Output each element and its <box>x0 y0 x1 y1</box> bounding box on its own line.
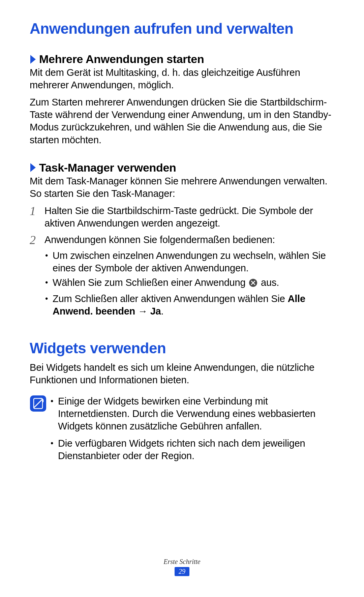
close-circle-icon <box>249 278 257 290</box>
para-multitasking-howto: Zum Starten mehrerer Anwendungen drücken… <box>30 96 334 146</box>
bullet-close-all-text-a: Zum Schließen aller aktiven Anwendungen … <box>53 293 288 304</box>
subheading-multiple-apps-text: Mehrere Anwendungen starten <box>39 53 204 66</box>
page-content: Anwendungen aufrufen und verwalten Mehre… <box>0 0 364 465</box>
step-1-text: Halten Sie die Startbildschirm-Taste ged… <box>44 205 334 230</box>
note-bullet-availability: • Die verfügbaren Widgets richten sich n… <box>50 437 334 462</box>
steps-list: 1 Halten Sie die Startbildschirm-Taste g… <box>30 205 334 320</box>
bullet-dot-icon: • <box>44 293 53 318</box>
step-2: 2 Anwendungen können Sie folgendermaßen … <box>30 234 334 320</box>
step-number: 2 <box>30 234 44 320</box>
bullet-dot-icon: • <box>44 249 53 274</box>
note-body: • Einige der Widgets bewirken eine Verbi… <box>50 395 334 465</box>
bullet-dot-icon: • <box>44 276 53 290</box>
step-number: 1 <box>30 205 44 230</box>
subheading-task-manager-text: Task-Manager verwenden <box>39 161 176 174</box>
footer-section-label: Erste Schritte <box>0 558 364 566</box>
bullet-switch-apps-text: Um zwischen einzelnen Anwendungen zu wec… <box>53 249 334 274</box>
para-task-manager-intro: Mit dem Task-Manager können Sie mehrere … <box>30 175 334 200</box>
chevron-right-icon <box>30 162 37 173</box>
chevron-right-icon <box>30 54 37 64</box>
subheading-task-manager: Task-Manager verwenden <box>30 161 334 174</box>
bullet-close-all: • Zum Schließen aller aktiven Anwendunge… <box>44 293 334 318</box>
bullet-close-app-text: Wählen Sie zum Schließen einer Anwendung… <box>53 276 334 290</box>
bullet-dot-icon: • <box>50 395 58 432</box>
bullet-close-all-text-b: . <box>161 306 164 317</box>
bullet-switch-apps: • Um zwischen einzelnen Anwendungen zu w… <box>44 249 334 274</box>
heading-apps: Anwendungen aufrufen und verwalten <box>30 20 334 37</box>
note-bullet-availability-text: Die verfügbaren Widgets richten sich nac… <box>58 437 334 462</box>
note-block: • Einige der Widgets bewirken eine Verbi… <box>30 395 334 465</box>
note-bullet-internet-text: Einige der Widgets bewirken eine Verbind… <box>58 395 334 432</box>
step-2-bullets: • Um zwischen einzelnen Anwendungen zu w… <box>44 249 334 318</box>
bullet-close-app-text-b: aus. <box>258 277 279 288</box>
para-multitasking-intro: Mit dem Gerät ist Multitasking, d. h. da… <box>30 66 334 91</box>
page-footer: Erste Schritte 29 <box>0 558 364 576</box>
subheading-multiple-apps: Mehrere Anwendungen starten <box>30 53 334 66</box>
step-1: 1 Halten Sie die Startbildschirm-Taste g… <box>30 205 334 230</box>
bullet-close-app: • Wählen Sie zum Schließen einer Anwendu… <box>44 276 334 290</box>
step-2-body: Anwendungen können Sie folgendermaßen be… <box>44 234 334 320</box>
para-widgets-intro: Bei Widgets handelt es sich um kleine An… <box>30 361 334 386</box>
page-number: 29 <box>175 567 189 576</box>
step-2-intro: Anwendungen können Sie folgendermaßen be… <box>44 234 275 245</box>
note-bullet-internet: • Einige der Widgets bewirken eine Verbi… <box>50 395 334 432</box>
bullet-close-all-text: Zum Schließen aller aktiven Anwendungen … <box>53 293 334 318</box>
bullet-close-app-text-a: Wählen Sie zum Schließen einer Anwendung <box>53 277 248 288</box>
note-icon <box>30 395 50 465</box>
heading-widgets: Widgets verwenden <box>30 340 334 357</box>
bullet-dot-icon: • <box>50 437 58 462</box>
